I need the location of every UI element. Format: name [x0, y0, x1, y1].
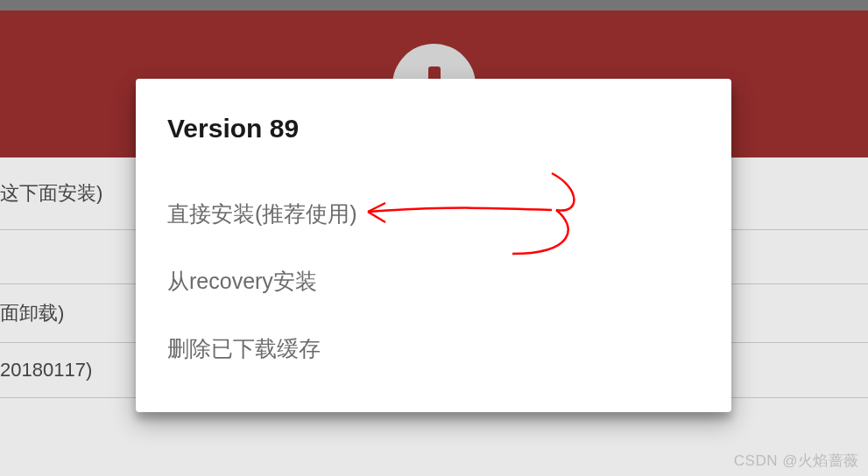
status-bar	[0, 0, 868, 10]
option-label: 直接安装(推荐使用)	[167, 201, 357, 226]
option-delete-cache[interactable]: 删除已下载缓存	[167, 315, 700, 382]
list-item-label: 20180117)	[0, 359, 92, 381]
version-dialog: Version 89 直接安装(推荐使用) 从recovery安装 删除已下载缓…	[136, 79, 731, 412]
option-label: 删除已下载缓存	[167, 336, 321, 360]
dialog-title: Version 89	[167, 114, 700, 144]
option-direct-install[interactable]: 直接安装(推荐使用)	[167, 180, 700, 248]
option-label: 从recovery安装	[167, 269, 317, 293]
option-recovery-install[interactable]: 从recovery安装	[167, 248, 700, 315]
list-item-label: 这下面安装)	[0, 182, 102, 204]
watermark: CSDN @火焰蔷薇	[734, 451, 859, 471]
list-item-label: 面卸载)	[0, 302, 64, 324]
